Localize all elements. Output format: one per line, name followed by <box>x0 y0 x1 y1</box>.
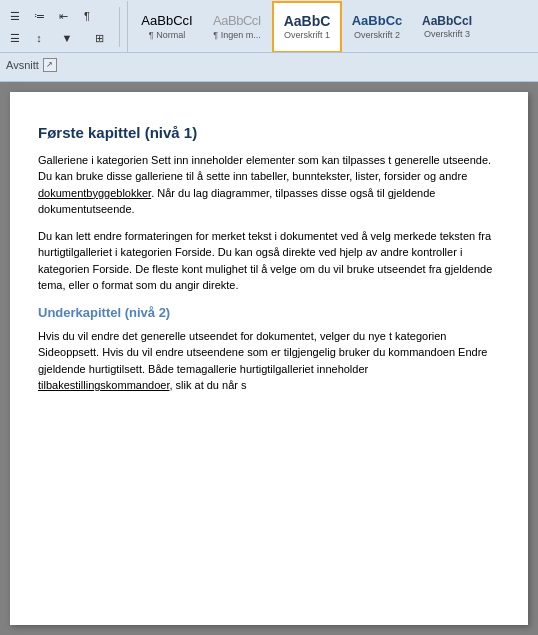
style-ingen-preview: AaBbCcI <box>213 14 261 28</box>
ribbon: ☰ ≔ ⇤ ¶ ☰ ↕ ▼ <box>0 0 538 82</box>
style-normal[interactable]: AaBbCcI ¶ Normal <box>132 1 202 53</box>
style-ingen-label: ¶ Ingen m... <box>213 30 260 40</box>
underlined-word-1: dokumentbyggeblokker <box>38 187 151 199</box>
document-area: Første kapittel (nivå 1) Galleriene i ka… <box>0 82 538 635</box>
style-overskrift3[interactable]: AaBbCcI Overskrift 3 <box>412 1 482 53</box>
ribbon-bottom-bar: Avsnitt ↗ <box>0 52 538 76</box>
style-overskrift1[interactable]: AaBbC Overskrift 1 <box>272 1 342 53</box>
borders-button[interactable]: ⊞ <box>84 28 114 48</box>
align-justify-button[interactable]: ☰ <box>4 28 26 48</box>
style-overskrift2-label: Overskrift 2 <box>354 30 400 40</box>
paragraph-2: Du kan lett endre formateringen for merk… <box>38 228 500 294</box>
borders-icon: ⊞ <box>95 32 104 45</box>
list-ordered-button[interactable]: ≔ <box>28 6 50 26</box>
paragraph-1: Galleriene i kategorien Sett inn innehol… <box>38 152 500 218</box>
underlined-word-2: tilbakestillingskommandoer <box>38 379 169 391</box>
heading-2: Underkapittel (nivå 2) <box>38 304 500 323</box>
style-overskrift1-label: Overskrift 1 <box>284 30 330 40</box>
style-gallery: AaBbCcI ¶ Normal AaBbCcI ¶ Ingen m... Aa… <box>127 1 482 53</box>
decrease-indent-button[interactable]: ⇤ <box>52 6 74 26</box>
style-normal-preview: AaBbCcI <box>141 14 192 28</box>
document-page: Første kapittel (nivå 1) Galleriene i ka… <box>10 92 528 625</box>
list-ordered-icon: ≔ <box>34 10 45 23</box>
paragraph-3: Hvis du vil endre det generelle utseende… <box>38 328 500 394</box>
style-overskrift3-preview: AaBbCcI <box>422 15 472 28</box>
ribbon-row-1: ☰ ≔ ⇤ ¶ <box>4 6 114 26</box>
shading-icon: ▼ <box>62 32 73 44</box>
avsnitt-label: Avsnitt <box>6 59 39 71</box>
paragraph-buttons-group: ☰ ≔ ⇤ ¶ ☰ ↕ ▼ <box>4 6 114 48</box>
ribbon-top: ☰ ≔ ⇤ ¶ ☰ ↕ ▼ <box>0 0 538 52</box>
pilcrow-button[interactable]: ¶ <box>76 6 98 26</box>
avsnitt-expand-button[interactable]: ↗ <box>43 58 57 72</box>
style-ingen[interactable]: AaBbCcI ¶ Ingen m... <box>202 1 272 53</box>
style-overskrift3-label: Overskrift 3 <box>424 29 470 39</box>
ribbon-row-2: ☰ ↕ ▼ ⊞ <box>4 28 114 48</box>
list-unordered-icon: ☰ <box>10 10 20 23</box>
line-spacing-button[interactable]: ↕ <box>28 28 50 48</box>
ribbon-divider <box>119 7 120 47</box>
style-overskrift2-preview: AaBbCc <box>352 14 403 28</box>
heading-1: Første kapittel (nivå 1) <box>38 122 500 144</box>
list-unordered-button[interactable]: ☰ <box>4 6 26 26</box>
style-overskrift1-preview: AaBbC <box>284 14 331 29</box>
expand-icon: ↗ <box>46 60 53 69</box>
line-spacing-icon: ↕ <box>36 32 42 44</box>
style-normal-label: ¶ Normal <box>149 30 185 40</box>
shading-button[interactable]: ▼ <box>52 28 82 48</box>
pilcrow-icon: ¶ <box>84 10 90 22</box>
decrease-indent-icon: ⇤ <box>59 10 68 23</box>
align-justify-icon: ☰ <box>10 32 20 45</box>
style-overskrift2[interactable]: AaBbCc Overskrift 2 <box>342 1 412 53</box>
